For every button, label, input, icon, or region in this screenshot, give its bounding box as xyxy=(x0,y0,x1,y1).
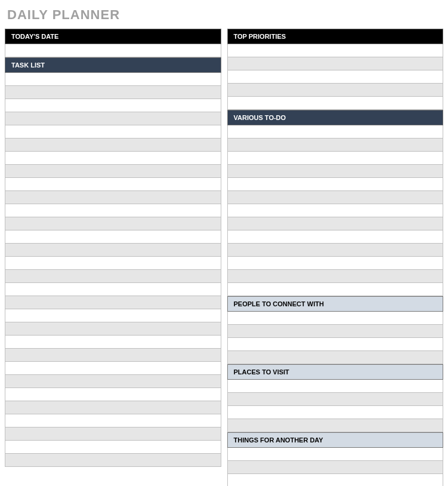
todo-row-input[interactable] xyxy=(228,165,443,177)
task-row-input[interactable] xyxy=(5,388,221,401)
todo-row-input[interactable] xyxy=(228,244,443,256)
todo-row[interactable] xyxy=(227,217,444,230)
things-row[interactable] xyxy=(227,448,444,461)
places-row[interactable] xyxy=(227,380,444,393)
task-row[interactable] xyxy=(5,441,221,454)
task-row-input[interactable] xyxy=(5,349,221,361)
todo-row[interactable] xyxy=(227,178,444,191)
places-row-input[interactable] xyxy=(228,406,443,419)
task-row[interactable] xyxy=(5,178,221,191)
todo-row-input[interactable] xyxy=(228,152,443,164)
todays-date-input[interactable] xyxy=(5,44,221,57)
task-row[interactable] xyxy=(5,139,221,152)
task-row-input[interactable] xyxy=(5,217,221,230)
task-row-input[interactable] xyxy=(5,165,221,177)
task-row[interactable] xyxy=(5,191,221,204)
task-row-input[interactable] xyxy=(5,296,221,309)
task-row-input[interactable] xyxy=(5,362,221,374)
todo-row-input[interactable] xyxy=(228,217,443,230)
task-row[interactable] xyxy=(5,349,221,362)
task-row-input[interactable] xyxy=(5,270,221,282)
task-row-input[interactable] xyxy=(5,309,221,322)
task-row-input[interactable] xyxy=(5,86,221,99)
task-row-input[interactable] xyxy=(5,375,221,387)
task-row[interactable] xyxy=(5,165,221,178)
task-row-input[interactable] xyxy=(5,257,221,269)
todo-row-input[interactable] xyxy=(228,139,443,151)
task-row-input[interactable] xyxy=(5,99,221,112)
things-row-input[interactable] xyxy=(228,448,443,460)
priority-row-input[interactable] xyxy=(228,70,443,83)
task-row[interactable] xyxy=(5,112,221,125)
task-row[interactable] xyxy=(5,204,221,217)
task-row[interactable] xyxy=(5,217,221,230)
people-row[interactable] xyxy=(227,338,444,351)
task-row[interactable] xyxy=(5,427,221,441)
people-row-input[interactable] xyxy=(228,325,443,337)
things-row-input[interactable] xyxy=(228,474,443,486)
todo-row-input[interactable] xyxy=(228,191,443,204)
people-row[interactable] xyxy=(227,325,444,338)
priority-row[interactable] xyxy=(227,57,444,70)
task-row[interactable] xyxy=(5,283,221,296)
task-row-input[interactable] xyxy=(5,322,221,335)
task-row[interactable] xyxy=(5,230,221,244)
task-row-input[interactable] xyxy=(5,401,221,414)
task-row[interactable] xyxy=(5,270,221,283)
task-row-input[interactable] xyxy=(5,152,221,164)
people-row[interactable] xyxy=(227,351,444,364)
todo-row[interactable] xyxy=(227,152,444,165)
task-row-input[interactable] xyxy=(5,427,221,440)
task-row-input[interactable] xyxy=(5,244,221,256)
task-row-input[interactable] xyxy=(5,283,221,296)
things-row[interactable] xyxy=(227,474,444,486)
task-row[interactable] xyxy=(5,99,221,112)
people-row-input[interactable] xyxy=(228,351,443,364)
todo-row[interactable] xyxy=(227,257,444,270)
task-row-input[interactable] xyxy=(5,454,221,466)
task-row-input[interactable] xyxy=(5,191,221,204)
task-row[interactable] xyxy=(5,296,221,309)
places-row[interactable] xyxy=(227,406,444,419)
people-row-input[interactable] xyxy=(228,312,443,324)
todo-row-input[interactable] xyxy=(228,257,443,269)
task-row-input[interactable] xyxy=(5,204,221,217)
todo-row[interactable] xyxy=(227,270,444,283)
todo-row-input[interactable] xyxy=(228,204,443,217)
places-row-input[interactable] xyxy=(228,393,443,405)
priority-row-input[interactable] xyxy=(228,44,443,57)
things-row[interactable] xyxy=(227,461,444,474)
task-row[interactable] xyxy=(5,362,221,375)
task-row[interactable] xyxy=(5,414,221,427)
priority-row[interactable] xyxy=(227,70,444,84)
places-row[interactable] xyxy=(227,393,444,406)
task-row[interactable] xyxy=(5,322,221,336)
task-row-input[interactable] xyxy=(5,336,221,348)
priority-row[interactable] xyxy=(227,44,444,57)
task-row[interactable] xyxy=(5,125,221,139)
todays-date-row[interactable] xyxy=(5,44,221,57)
task-row-input[interactable] xyxy=(5,139,221,151)
priority-row[interactable] xyxy=(227,84,444,97)
todo-row[interactable] xyxy=(227,204,444,217)
todo-row[interactable] xyxy=(227,139,444,152)
places-row-input[interactable] xyxy=(228,419,443,432)
todo-row-input[interactable] xyxy=(228,230,443,243)
priority-row[interactable] xyxy=(227,97,444,110)
task-row-input[interactable] xyxy=(5,414,221,427)
task-row-input[interactable] xyxy=(5,178,221,190)
people-row[interactable] xyxy=(227,312,444,325)
todo-row[interactable] xyxy=(227,191,444,204)
todo-row[interactable] xyxy=(227,125,444,139)
things-row-input[interactable] xyxy=(228,461,443,473)
priority-row-input[interactable] xyxy=(228,84,443,96)
todo-row[interactable] xyxy=(227,165,444,178)
task-row[interactable] xyxy=(5,244,221,257)
places-row-input[interactable] xyxy=(228,380,443,392)
todo-row[interactable] xyxy=(227,244,444,257)
task-row[interactable] xyxy=(5,309,221,322)
task-row[interactable] xyxy=(5,401,221,414)
task-row[interactable] xyxy=(5,336,221,349)
task-row[interactable] xyxy=(5,86,221,99)
task-row-input[interactable] xyxy=(5,125,221,138)
